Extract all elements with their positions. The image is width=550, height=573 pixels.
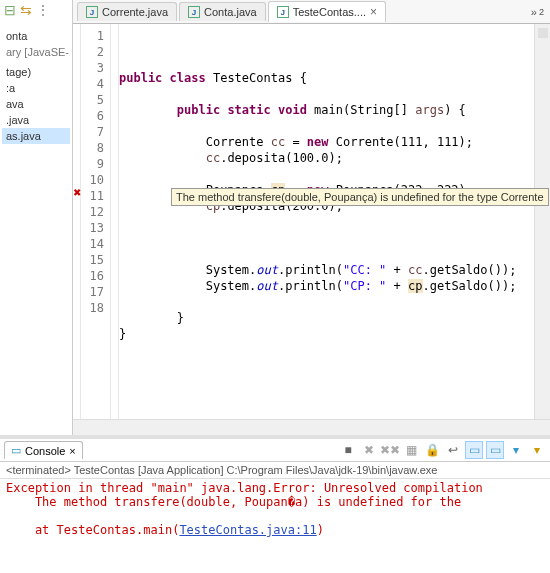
vertical-scrollbar[interactable] [534,24,550,419]
close-icon[interactable]: × [370,5,377,19]
line-number[interactable]: 5 [81,92,110,108]
code-line[interactable] [119,166,534,182]
line-number[interactable]: 1 [81,28,110,44]
line-number[interactable]: 11 [81,188,110,204]
view-menu-icon[interactable]: ⋮ [36,2,50,18]
folding-ruler[interactable] [111,24,119,419]
stack-trace-link[interactable]: TesteContas.java:11 [179,523,316,537]
java-file-icon: J [277,6,289,18]
code-line[interactable]: public static void main(String[] args) { [119,102,534,118]
sidebar-toolbar: ⊟ ⇆ ⋮ [0,0,72,20]
tree-item[interactable]: :a [2,80,70,96]
code-line[interactable] [119,214,534,230]
code-line[interactable] [119,342,534,358]
remove-all-icon[interactable]: ✖✖ [381,441,399,459]
tab-corrente[interactable]: J Corrente.java [77,2,177,21]
line-number[interactable]: 18 [81,300,110,316]
line-number[interactable]: 14 [81,236,110,252]
code-line[interactable] [119,230,534,246]
collapse-all-icon[interactable]: ⊟ [4,2,16,18]
marker-strip[interactable]: ✖ [73,24,81,419]
tree-item[interactable]: .java [2,112,70,128]
show-console-icon[interactable]: ▭ [465,441,483,459]
code-line[interactable]: } [119,326,534,342]
line-number[interactable]: 9 [81,156,110,172]
link-editor-icon[interactable]: ⇆ [20,2,32,18]
editor-tabs[interactable]: J Corrente.java J Conta.java J TesteCont… [73,0,550,24]
package-tree[interactable]: onta ary [JavaSE-18] tage) :a ava .java … [0,20,72,148]
code-line[interactable] [119,118,534,134]
tree-item[interactable]: ava [2,96,70,112]
console-header: ▭ Console × ■ ✖ ✖✖ ▦ 🔒 ↩ ▭ ▭ ▾ ▾ [0,439,550,462]
line-number[interactable]: 7 [81,124,110,140]
tree-item[interactable]: onta [2,28,70,44]
console-toolbar: ■ ✖ ✖✖ ▦ 🔒 ↩ ▭ ▭ ▾ ▾ [339,441,546,459]
tree-item[interactable]: as.java [2,128,70,144]
code-line[interactable]: Corrente cc = new Corrente(111, 111); [119,134,534,150]
code-line[interactable] [119,246,534,262]
scroll-lock-icon[interactable]: 🔒 [423,441,441,459]
line-number[interactable]: 10 [81,172,110,188]
remove-launch-icon[interactable]: ✖ [360,441,378,459]
console-status: <terminated> TesteContas [Java Applicati… [0,462,550,479]
code-line[interactable]: System.out.println("CP: " + cp.getSaldo(… [119,278,534,294]
tab-label: Corrente.java [102,6,168,18]
word-wrap-icon[interactable]: ↩ [444,441,462,459]
console-tab-label: Console [25,445,65,457]
line-number[interactable]: 12 [81,204,110,220]
console-tab[interactable]: ▭ Console × [4,441,83,459]
pin-console-icon[interactable]: ▭ [486,441,504,459]
line-number[interactable]: 3 [81,60,110,76]
error-tooltip: The method transfere(double, Poupança) i… [171,188,549,206]
line-number[interactable]: 2 [81,44,110,60]
console-icon: ▭ [11,444,21,457]
code-line[interactable] [119,294,534,310]
tree-item[interactable]: ary [JavaSE-18] [2,44,70,60]
code-body[interactable]: The method transfere(double, Poupança) i… [119,24,534,419]
tab-label: TesteContas.... [293,6,366,18]
overflow-count: 2 [539,7,544,17]
code-line[interactable]: public class TesteContas { [119,70,534,86]
package-explorer[interactable]: ⊟ ⇆ ⋮ onta ary [JavaSE-18] tage) :a ava … [0,0,73,435]
java-file-icon: J [188,6,200,18]
line-number[interactable]: 8 [81,140,110,156]
close-icon[interactable]: × [69,445,75,457]
line-number[interactable]: 6 [81,108,110,124]
code-line[interactable]: cc.deposita(100.0); [119,150,534,166]
horizontal-scrollbar[interactable] [73,419,550,435]
clear-icon[interactable]: ▦ [402,441,420,459]
code-line[interactable] [119,86,534,102]
console-panel: ▭ Console × ■ ✖ ✖✖ ▦ 🔒 ↩ ▭ ▭ ▾ ▾ <termin… [0,435,550,573]
line-gutter[interactable]: 123456789101112131415161718 [81,24,111,419]
tab-testecontas[interactable]: J TesteContas.... × [268,1,386,22]
console-output[interactable]: Exception in thread "main" java.lang.Err… [0,479,550,573]
line-number[interactable]: 17 [81,284,110,300]
tab-label: Conta.java [204,6,257,18]
code-editor[interactable]: ✖ 123456789101112131415161718 The method… [73,24,550,419]
line-number[interactable]: 13 [81,220,110,236]
editor-area: J Corrente.java J Conta.java J TesteCont… [73,0,550,435]
error-marker-icon[interactable]: ✖ [73,188,81,198]
line-number[interactable]: 16 [81,268,110,284]
tab-conta[interactable]: J Conta.java [179,2,266,21]
display-menu-icon[interactable]: ▾ [507,441,525,459]
code-line[interactable]: } [119,310,534,326]
tree-item[interactable]: tage) [2,64,70,80]
open-console-icon[interactable]: ▾ [528,441,546,459]
tab-overflow[interactable]: » 2 [525,6,550,18]
terminate-icon[interactable]: ■ [339,441,357,459]
code-line[interactable]: System.out.println("CC: " + cc.getSaldo(… [119,262,534,278]
line-number[interactable]: 15 [81,252,110,268]
chevron-right-icon: » [531,6,537,18]
java-file-icon: J [86,6,98,18]
line-number[interactable]: 4 [81,76,110,92]
